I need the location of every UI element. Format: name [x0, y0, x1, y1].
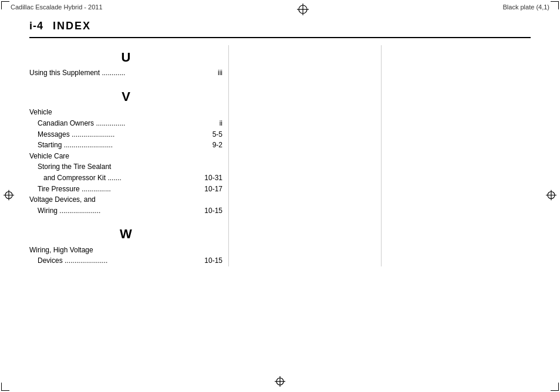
main-content: i-4 INDEX U Using this Supplement ......…: [0, 20, 560, 266]
index-title: INDEX: [53, 20, 91, 32]
index-page-num: i-4: [29, 20, 43, 32]
index-header: i-4 INDEX: [29, 20, 531, 32]
header-left-text: Cadillac Escalade Hybrid - 2011: [11, 4, 103, 11]
index-col-right: [382, 45, 531, 266]
corner-br: [551, 383, 559, 391]
index-entry: Vehicle: [29, 107, 222, 118]
index-entry: Devices ...................... 10-15: [29, 255, 222, 266]
index-entry: Messages ...................... 5-5: [29, 129, 222, 140]
corner-tr: [551, 1, 559, 9]
index-entry: Starting ......................... 9-2: [29, 140, 222, 151]
index-entry: Using this Supplement ............ iii: [29, 67, 222, 79]
corner-bl: [1, 383, 9, 391]
corner-tl: [1, 1, 9, 9]
header-center: [297, 4, 309, 15]
index-entry: Wiring, High Voltage: [29, 245, 222, 256]
index-col-middle: [229, 45, 382, 266]
index-entry: Storing the Tire Sealant: [29, 161, 222, 173]
top-crosshair-icon: [297, 4, 309, 15]
bottom-crosshair: [275, 376, 285, 388]
index-entry: Vehicle Care: [29, 151, 222, 162]
right-crosshair: [546, 190, 556, 202]
header-right-text: Black plate (4,1): [503, 4, 550, 11]
page-container: Cadillac Escalade Hybrid - 2011 Black pl…: [0, 0, 560, 392]
section-v-heading: V: [29, 89, 222, 104]
index-columns: U Using this Supplement ............ iii…: [29, 45, 531, 266]
index-col-left: U Using this Supplement ............ iii…: [29, 45, 229, 266]
page-header: Cadillac Escalade Hybrid - 2011 Black pl…: [0, 0, 560, 18]
section-u-heading: U: [29, 50, 222, 65]
left-crosshair: [4, 190, 14, 202]
index-entry: Wiring ..................... 10-15: [29, 205, 222, 217]
header-rule: [29, 37, 531, 38]
index-entry: and Compressor Kit ....... 10-31: [29, 173, 222, 184]
index-entry: Canadian Owners ............... ii: [29, 118, 222, 129]
index-entry: Tire Pressure ............... 10-17: [29, 184, 222, 195]
section-w-heading: W: [29, 227, 222, 242]
index-entry: Voltage Devices, and: [29, 194, 222, 205]
